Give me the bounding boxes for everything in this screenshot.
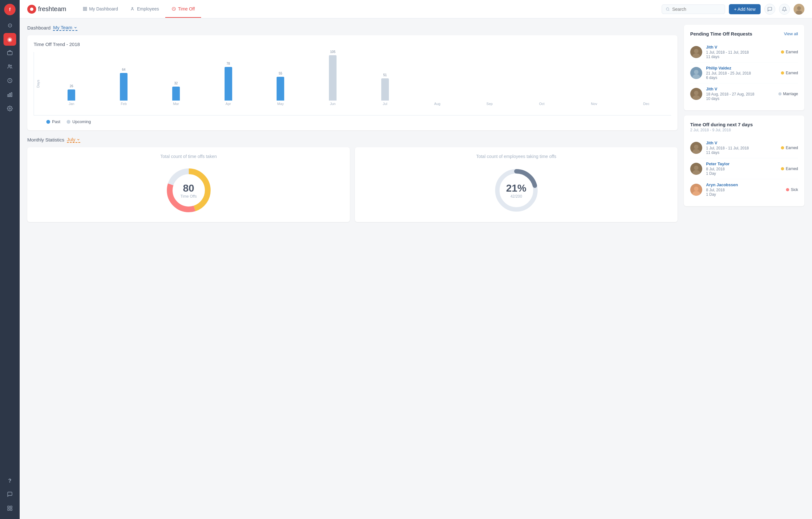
req-info: Philip Valdez 21 Jul, 2018 - 25 Jul, 201…: [706, 66, 777, 80]
team-selector[interactable]: My Team: [53, 25, 78, 31]
bar-past-feb: 64: [120, 73, 127, 100]
sidebar-item-apps[interactable]: [3, 502, 16, 515]
content-area: Dashboard My Team Time Off Trend - 2018 …: [20, 19, 812, 519]
svg-point-42: [694, 166, 698, 170]
sidebar-item-chart[interactable]: [3, 89, 16, 102]
svg-point-2: [10, 65, 12, 66]
tab-employees[interactable]: Employees: [124, 1, 165, 18]
chart-bars: 26Jan64Feb32Mar78Apr55May105Jun51JulAugS…: [47, 52, 671, 106]
total-timeoffs-card: Total count of time offs taken: [27, 147, 350, 222]
svg-point-17: [132, 7, 133, 8]
badge-label: Sick: [791, 188, 798, 192]
sidebar-logo[interactable]: f: [4, 4, 16, 15]
sidebar-item-chat[interactable]: [3, 489, 16, 501]
req-name[interactable]: Jith V: [706, 45, 777, 50]
briefcase-icon: [7, 50, 13, 57]
req-name[interactable]: Jith V: [706, 141, 777, 145]
main-content: freshteam My Dashboard Employees Time Of…: [20, 0, 812, 519]
sidebar-item-active[interactable]: ◉: [3, 33, 16, 46]
chart-month-apr: 78Apr: [203, 53, 253, 106]
pending-panel-header: Pending Time Off Requests View all: [690, 31, 798, 36]
search-input[interactable]: [672, 7, 721, 12]
req-dates: 1 Jul, 2018 - 11 Jul, 2018: [706, 50, 777, 55]
req-name[interactable]: Jith V: [706, 87, 775, 91]
svg-point-19: [666, 8, 669, 10]
user-avatar[interactable]: [793, 4, 804, 15]
left-column: Dashboard My Team Time Off Trend - 2018 …: [27, 25, 677, 513]
pending-panel-title: Pending Time Off Requests: [690, 31, 752, 36]
badge-label: Earned: [786, 167, 798, 171]
req-badge: Sick: [786, 188, 798, 192]
svg-rect-6: [11, 93, 12, 97]
stats-row: Total count of time offs taken: [27, 147, 677, 222]
req-info: Peter Taylor 8 Jul, 2018 1 Day: [706, 162, 777, 176]
topnav: freshteam My Dashboard Employees Time Of…: [20, 0, 812, 19]
request-item: Jith V 1 Jul, 2018 - 11 Jul, 2018 11 day…: [690, 41, 798, 62]
svg-rect-15: [83, 9, 85, 10]
tab-timeoff[interactable]: Time Off: [165, 1, 201, 18]
req-dates: 21 Jul, 2018 - 25 Jul, 2018: [706, 71, 777, 76]
search-box[interactable]: [662, 4, 725, 14]
bar-past-mar: 32: [172, 87, 180, 100]
badge-label: Earned: [786, 71, 798, 75]
total-timeoffs-label: Total count of time offs taken: [161, 153, 217, 160]
notifications-bell-button[interactable]: [779, 4, 790, 15]
sidebar-item-briefcase[interactable]: [3, 47, 16, 60]
svg-rect-8: [8, 506, 9, 508]
topnav-tabs: My Dashboard Employees Time Off: [77, 1, 201, 18]
req-days: 1 Day: [706, 192, 782, 197]
req-info: Jith V 1 Jul, 2018 - 11 Jul, 2018 11 day…: [706, 141, 777, 155]
sidebar-item-gear[interactable]: [3, 103, 16, 115]
req-info: Jith V 1 Jul, 2018 - 11 Jul, 2018 11 day…: [706, 45, 777, 59]
sidebar-item-help[interactable]: ?: [3, 474, 16, 487]
req-badge: Earned: [781, 50, 798, 54]
sidebar-item-home[interactable]: ⊙: [3, 19, 16, 32]
req-dates: 1 Jul, 2018 - 11 Jul, 2018: [706, 146, 777, 150]
request-item: Philip Valdez 21 Jul, 2018 - 25 Jul, 201…: [690, 62, 798, 83]
add-new-button[interactable]: + Add New: [729, 4, 761, 14]
bar-past-may: 55: [277, 77, 284, 100]
req-name[interactable]: Aryn Jacobssen: [706, 182, 782, 187]
req-days: 6 days: [706, 76, 777, 80]
next7days-header: Time Off during next 7 days 2 Jul, 2018 …: [690, 122, 798, 132]
req-info: Aryn Jacobssen 8 Jul, 2018 1 Day: [706, 182, 782, 197]
svg-rect-5: [9, 93, 10, 97]
bar-upcoming-jun: 105: [329, 55, 337, 100]
chart-month-aug: Aug: [412, 53, 462, 106]
svg-rect-10: [8, 509, 9, 511]
trend-chart-card: Time Off Trend - 2018 Days 26Jan64Feb32M…: [27, 35, 677, 131]
dashboard-label: Dashboard: [27, 25, 51, 30]
view-all-link[interactable]: View all: [784, 31, 798, 36]
tab-dashboard[interactable]: My Dashboard: [77, 1, 124, 18]
badge-dot: [781, 167, 784, 170]
svg-rect-14: [85, 7, 87, 8]
req-name[interactable]: Philip Valdez: [706, 66, 777, 70]
req-avatar: [690, 142, 702, 154]
chart-month-nov: Nov: [569, 53, 619, 106]
month-selector[interactable]: July: [67, 137, 81, 143]
sidebar: f ⊙ ◉: [0, 0, 20, 519]
request-item: Peter Taylor 8 Jul, 2018 1 Day Earned: [690, 158, 798, 179]
chart-legend: Past Upcoming: [34, 119, 671, 124]
sidebar-item-clock[interactable]: [3, 75, 16, 88]
sidebar-item-people[interactable]: [3, 61, 16, 74]
chart-month-jun: 105Jun: [308, 53, 358, 106]
chart-month-mar: 32Mar: [151, 53, 201, 106]
bar-past-apr: 78: [225, 67, 232, 100]
notifications-chat-button[interactable]: [764, 4, 775, 15]
badge-dot: [781, 71, 784, 75]
right-column: Pending Time Off Requests View all Jith …: [684, 25, 804, 513]
svg-point-1: [8, 65, 10, 66]
logo-icon: f: [9, 7, 11, 12]
svg-rect-9: [10, 506, 12, 508]
req-name[interactable]: Peter Taylor: [706, 162, 777, 166]
badge-dot: [781, 146, 784, 149]
pending-requests-list: Jith V 1 Jul, 2018 - 11 Jul, 2018 11 day…: [690, 41, 798, 104]
req-badge: Earned: [781, 146, 798, 150]
req-dates: 18 Aug, 2018 - 27 Aug, 2018: [706, 92, 775, 96]
chart-month-jul: 51Jul: [360, 53, 410, 106]
y-axis-label: Days: [36, 80, 40, 88]
svg-rect-16: [85, 9, 87, 10]
req-badge: Earned: [781, 71, 798, 75]
total-employees-donut: 21% 42/200: [491, 165, 542, 216]
